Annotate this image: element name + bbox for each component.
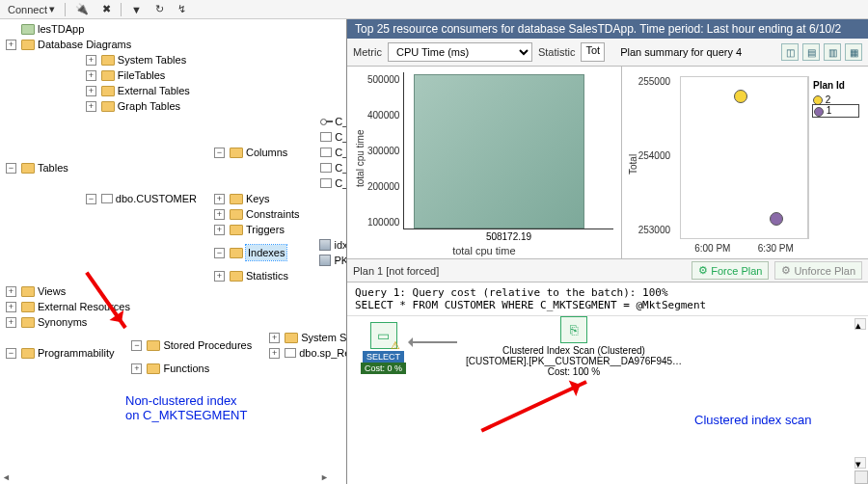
external-tables[interactable]: External Tables xyxy=(118,83,190,98)
graph-tables[interactable]: Graph Tables xyxy=(118,98,180,114)
db-root[interactable]: lesTDApp xyxy=(38,21,84,37)
op-clustered-index-scan[interactable]: ⎘ Clustered Index Scan (Clustered) [CUST… xyxy=(463,316,685,377)
refresh-chart-icon[interactable]: ▦ xyxy=(845,43,862,61)
folder-icon xyxy=(21,286,35,297)
folder-icon xyxy=(285,333,298,343)
plan-summary-label: Plan summary for query 4 xyxy=(620,46,742,58)
scroll-down-icon[interactable]: ▾ xyxy=(854,457,866,469)
metric-select[interactable]: CPU Time (ms) xyxy=(388,42,532,62)
folder-icon xyxy=(230,209,243,220)
folder-icon xyxy=(21,302,35,312)
plan-callout: Clustered index scan xyxy=(694,413,811,427)
plan-title: Plan 1 [not forced] xyxy=(353,265,439,277)
plan-legend: Plan Id 2 1 xyxy=(808,76,862,239)
tables-folder[interactable]: Tables xyxy=(38,160,68,175)
statistic-value[interactable]: Tot xyxy=(581,42,605,62)
indexes-folder[interactable]: Indexes xyxy=(246,245,287,260)
chart-view-icon[interactable]: ◫ xyxy=(781,43,799,61)
folder-icon xyxy=(101,101,115,112)
red-arrow-icon xyxy=(480,380,586,432)
stored-procedures[interactable]: Stored Procedures xyxy=(163,337,252,353)
scroll-up-icon[interactable]: ▴ xyxy=(854,318,866,330)
plan-point-1[interactable] xyxy=(770,212,783,226)
grid-view-icon[interactable]: ▤ xyxy=(802,43,820,61)
unforce-plan-button[interactable]: ⚙ Unforce Plan xyxy=(774,261,862,280)
x-axis-label: total cpu time xyxy=(355,245,613,256)
bar-query-4[interactable] xyxy=(414,74,583,229)
folder-icon xyxy=(230,148,243,158)
index-icon xyxy=(319,255,331,266)
database-diagrams[interactable]: Database Diagrams xyxy=(38,37,131,52)
report-header: Top 25 resource consumers for database S… xyxy=(347,19,868,39)
resize-grip-icon[interactable] xyxy=(854,471,868,484)
connect-button[interactable]: Connect ▾ xyxy=(4,2,59,16)
toolbar-sep xyxy=(121,3,122,16)
statistic-label: Statistic xyxy=(538,46,576,58)
folder-icon xyxy=(147,340,160,351)
views-folder[interactable]: Views xyxy=(38,283,66,299)
query-text: Query 1: Query cost (relative to the bat… xyxy=(347,282,868,316)
expand-toggle[interactable]: − xyxy=(6,163,16,174)
folder-icon xyxy=(230,194,243,204)
idx-mktsegment[interactable]: idx_Customer_MKTSEGMENT (Unique, Non-Clu… xyxy=(334,237,347,253)
table-icon xyxy=(101,194,113,203)
columns-folder[interactable]: Columns xyxy=(246,145,287,160)
keys-folder[interactable]: Keys xyxy=(246,191,269,206)
triggers-folder[interactable]: Triggers xyxy=(246,222,285,237)
constraints-folder[interactable]: Constraints xyxy=(246,206,300,222)
expand-toggle[interactable]: + xyxy=(6,40,16,50)
object-explorer[interactable]: lesTDApp +Database Diagrams −Tables +Sys… xyxy=(0,19,347,484)
scroll-left-icon[interactable]: ◄ xyxy=(2,472,11,482)
column-icon xyxy=(320,132,332,142)
y-axis-label: total cpu time xyxy=(355,72,366,245)
column-custkey[interactable]: C_CUSTKEY (PK, int, not null) xyxy=(335,114,347,129)
folder-icon xyxy=(21,40,35,50)
functions-folder[interactable]: Functions xyxy=(163,361,209,376)
scatter-x-ticks: 6:00 PM 6:30 PM xyxy=(681,243,807,254)
plug-icon[interactable]: 🔌 xyxy=(71,2,93,16)
plan-scatter-chart: Total 255000 254000 253000 6:00 PM 6:30 … xyxy=(622,67,868,258)
folder-icon xyxy=(147,363,160,374)
database-icon xyxy=(21,24,35,35)
column-name[interactable]: C_NAME (char(10), not null) xyxy=(335,129,347,145)
sp-retrieve-customers[interactable]: dbo.sp_RetrieveCustomers xyxy=(299,345,347,361)
folder-icon xyxy=(101,70,115,81)
tree-callout: Non-clustered index on C_MKTSEGMENT xyxy=(125,393,247,422)
execution-plan-canvas[interactable]: ▭ SELECT Cost: 0 % ⎘ Clustered Index Sca… xyxy=(347,316,868,484)
synonyms-folder[interactable]: Synonyms xyxy=(38,314,87,330)
folder-icon xyxy=(230,225,243,235)
idx-pk-customer[interactable]: PK__CUSTOMER__DA976F9459A62702 (Clustere… xyxy=(334,253,347,268)
programmability-folder[interactable]: Programmability xyxy=(38,345,114,361)
stop-icon[interactable]: ↯ xyxy=(174,2,190,16)
filter-icon[interactable]: ▼ xyxy=(127,3,146,16)
folder-icon xyxy=(21,348,35,359)
scroll-right-icon[interactable]: ► xyxy=(320,472,329,482)
folder-icon xyxy=(101,86,115,96)
force-plan-button[interactable]: ⚙ Force Plan xyxy=(692,261,769,280)
scatter-y-ticks: 255000 254000 253000 xyxy=(638,72,674,256)
system-tables[interactable]: System Tables xyxy=(118,52,186,67)
folder-icon xyxy=(21,317,35,328)
column-address[interactable]: C_ADDRESS (char(10), not null) xyxy=(335,145,347,160)
column-icon xyxy=(320,178,332,188)
refresh-icon[interactable]: ↻ xyxy=(151,2,168,16)
plug-x-icon[interactable]: ✖ xyxy=(98,2,115,16)
dbo-customer[interactable]: dbo.CUSTOMER xyxy=(116,191,197,206)
folder-icon xyxy=(230,248,243,258)
plan-point-2[interactable] xyxy=(734,90,747,103)
statistics-folder[interactable]: Statistics xyxy=(246,268,288,283)
system-stored-procedures[interactable]: System Stored Procedures xyxy=(301,330,347,345)
op-select[interactable]: ▭ SELECT Cost: 0 % xyxy=(361,322,406,374)
connect-toolbar: Connect ▾ 🔌 ✖ ▼ ↻ ↯ xyxy=(0,0,868,19)
detail-view-icon[interactable]: ▥ xyxy=(824,43,841,61)
proc-icon xyxy=(285,348,296,358)
column-comment[interactable]: C_COMMENT (char(5), not null) xyxy=(335,160,347,175)
column-icon xyxy=(320,163,332,173)
column-icon xyxy=(320,148,332,157)
scan-op-icon: ⎘ xyxy=(560,316,587,343)
file-tables[interactable]: FileTables xyxy=(118,67,166,83)
index-icon xyxy=(319,239,331,251)
cpu-time-bar-chart: total cpu time 500000 400000 300000 2000… xyxy=(347,67,622,258)
column-mktsegment[interactable]: C_MKTSEGMENT (char(5), not null) xyxy=(335,175,347,191)
y-axis-ticks: 500000 400000 300000 200000 100000 xyxy=(366,72,403,245)
